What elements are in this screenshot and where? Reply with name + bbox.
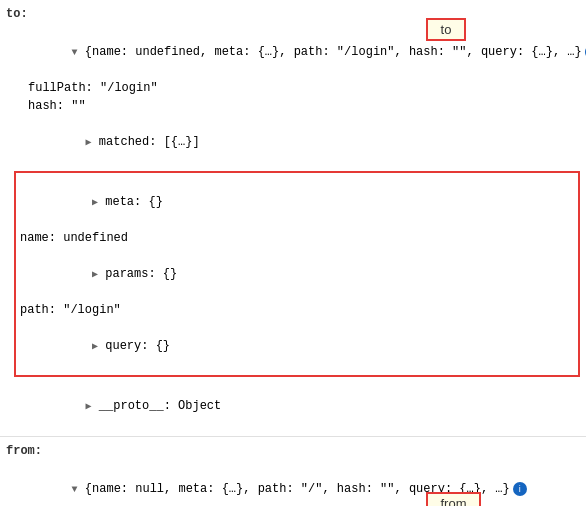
to-label: to:: [6, 3, 580, 25]
console-container: to: ▼ {name: undefined, meta: {…}, path:…: [0, 0, 586, 506]
from-root-line: ▼ {name: null, meta: {…}, path: "/", has…: [14, 462, 580, 506]
to-section: to: ▼ {name: undefined, meta: {…}, path:…: [0, 0, 586, 437]
to-root-value: {name: undefined, meta: {…}, path: "/log…: [85, 45, 582, 59]
to-name: name: undefined: [20, 229, 574, 247]
to-params-value: params: {}: [105, 267, 177, 281]
to-meta-value: meta: {}: [105, 195, 163, 209]
to-path: path: "/login": [20, 301, 574, 319]
to-inner-box: ▶ meta: {} name: undefined ▶ params: {} …: [14, 171, 580, 377]
to-matched-value: matched: [{…}]: [99, 135, 200, 149]
to-proto: ▶ __proto__: Object: [14, 379, 580, 433]
to-root-line: ▼ {name: undefined, meta: {…}, path: "/l…: [14, 25, 580, 79]
to-query-value: query: {}: [105, 339, 170, 353]
from-label: from:: [6, 440, 580, 462]
to-annotation: to: [426, 18, 466, 41]
to-matched: ▶ matched: [{…}]: [14, 115, 580, 169]
to-hash: hash: "": [14, 97, 580, 115]
from-section: from: ▼ {name: null, meta: {…}, path: "/…: [0, 437, 586, 506]
info-icon-from: i: [513, 482, 527, 496]
to-proto-value: __proto__: Object: [99, 399, 221, 413]
to-params: ▶ params: {}: [20, 247, 574, 301]
to-query: ▶ query: {}: [20, 319, 574, 373]
from-annotation: from: [426, 492, 481, 506]
to-meta: ▶ meta: {}: [20, 175, 574, 229]
to-fullpath: fullPath: "/login": [14, 79, 580, 97]
